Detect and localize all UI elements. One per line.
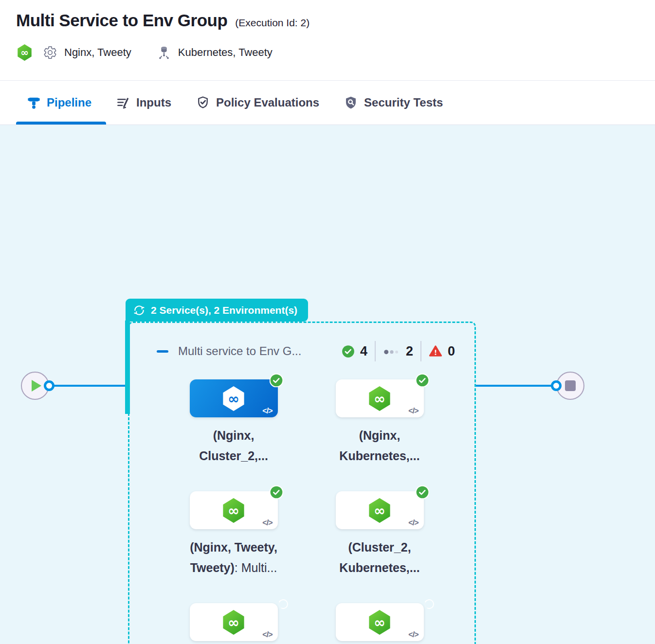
- card-label: (Cluster_2, Kubernetes,...: [314, 537, 445, 578]
- tab-bar: Pipeline Inputs Policy Evaluations: [0, 81, 655, 125]
- stage-title: Multi service to Env G...: [178, 344, 301, 358]
- tab-policy-evaluations-label: Policy Evaluations: [216, 96, 319, 109]
- matrix-card: ∞ </> (Nginx, Cluster_2,...: [168, 379, 299, 466]
- harness-step-icon: ∞: [368, 498, 391, 523]
- success-count: 4: [360, 344, 367, 359]
- execution-id: (Execution Id: 2): [235, 17, 309, 29]
- service-env-group-badge[interactable]: 2 Service(s), 2 Environment(s): [126, 299, 308, 322]
- shield-scan-icon: [344, 95, 358, 110]
- gear-icon: [43, 45, 57, 60]
- running-count: 2: [406, 344, 413, 359]
- tab-policy-evaluations[interactable]: Policy Evaluations: [196, 95, 319, 110]
- execution-page: Multi Service to Env Group (Execution Id…: [0, 0, 655, 644]
- edge-end: [476, 385, 557, 387]
- tab-pipeline[interactable]: Pipeline: [27, 96, 91, 110]
- matrix-card: ∞ </> (Kubernetes, Kubernetes,...: [168, 603, 299, 644]
- pipeline-icon: [27, 96, 41, 110]
- status-counts: 4 2: [342, 341, 455, 361]
- title-row: Multi Service to Env Group (Execution Id…: [16, 11, 309, 30]
- page-title: Multi Service to Env Group: [16, 11, 227, 30]
- code-icon: </>: [262, 519, 272, 527]
- execution-meta-row: ∞ Nginx, Tweety: [17, 44, 273, 61]
- success-badge-icon: [416, 485, 429, 499]
- matrix-card: ∞ </> (Nginx, Tweety, Tweety): Multi...: [168, 491, 299, 578]
- service-names: Nginx, Tweety: [64, 46, 131, 59]
- stage-node-nginx-tweety[interactable]: ∞ </>: [190, 491, 278, 529]
- stage-node-nginx-cluster2[interactable]: ∞ </>: [190, 379, 278, 417]
- success-badge-icon: [270, 374, 283, 387]
- tab-inputs-label: Inputs: [136, 96, 171, 109]
- failed-count: 0: [448, 344, 455, 359]
- stage-header: Multi service to Env G... 4: [157, 340, 455, 362]
- code-icon: </>: [408, 630, 418, 639]
- tab-pipeline-label: Pipeline: [47, 96, 91, 109]
- edge-start: [49, 385, 126, 387]
- environment-names: Kubernetes, Tweety: [178, 46, 273, 59]
- success-badge-icon: [416, 374, 429, 387]
- code-icon: </>: [408, 519, 418, 527]
- card-label: (Nginx, Kubernetes,...: [314, 425, 445, 466]
- harness-step-icon: ∞: [368, 610, 391, 635]
- divider: [375, 341, 376, 361]
- running-dots-icon: [383, 345, 400, 358]
- services-meta: Nginx, Tweety: [43, 45, 131, 60]
- card-label: (Nginx, Cluster_2,...: [168, 425, 299, 466]
- matrix-card: ∞ </> (Nginx, Kubernetes,...: [314, 379, 445, 466]
- loop-icon: [133, 304, 146, 317]
- harness-step-icon: ∞: [368, 386, 391, 411]
- stage-node-tweety-tweety[interactable]: ∞ </>: [336, 603, 424, 641]
- stage-node-nginx-kubernetes[interactable]: ∞ </>: [336, 379, 424, 417]
- collapse-icon[interactable]: [157, 350, 168, 353]
- group-badge-tail: [125, 321, 130, 414]
- harness-step-icon: ∞: [222, 498, 245, 523]
- page-header: Multi Service to Env Group (Execution Id…: [0, 0, 655, 81]
- start-port: [44, 380, 55, 391]
- active-tab-underline: [16, 122, 106, 125]
- end-port: [551, 380, 562, 391]
- divider: [420, 341, 421, 361]
- matrix-stage-group: Multi service to Env G... 4: [128, 322, 476, 644]
- tab-security-tests[interactable]: Security Tests: [344, 95, 443, 110]
- harness-step-icon: ∞: [222, 386, 245, 411]
- code-icon: </>: [262, 407, 272, 415]
- stage-node-kubernetes-kubernetes[interactable]: ∞ </>: [190, 603, 278, 641]
- stage-node-cluster2-kubernetes[interactable]: ∞ </>: [336, 491, 424, 529]
- environment-icon: [157, 45, 171, 60]
- card-label: (Nginx, Tweety, Tweety): Multi...: [168, 537, 299, 578]
- running-badge-icon: [416, 597, 429, 611]
- group-badge-label: 2 Service(s), 2 Environment(s): [151, 304, 297, 316]
- environments-meta: Kubernetes, Tweety: [157, 45, 273, 60]
- inputs-icon: [116, 95, 130, 110]
- matrix-card: ∞ </> (Tweety, Tweety,...: [314, 603, 445, 644]
- running-badge-icon: [270, 597, 283, 611]
- pipeline-canvas: 2 Service(s), 2 Environment(s) Multi ser…: [0, 125, 655, 644]
- stop-icon: [565, 380, 576, 391]
- play-icon: [32, 380, 41, 392]
- code-icon: </>: [262, 630, 272, 639]
- shield-check-icon: [196, 95, 210, 110]
- matrix-card: ∞ </> (Cluster_2, Kubernetes,...: [314, 491, 445, 578]
- code-icon: </>: [408, 407, 418, 415]
- harness-step-icon: ∞: [222, 610, 245, 635]
- harness-service-icon: ∞: [17, 44, 32, 61]
- success-badge-icon: [270, 485, 283, 499]
- tab-security-tests-label: Security Tests: [364, 96, 443, 109]
- success-icon: [342, 345, 355, 358]
- failed-icon: [429, 344, 442, 358]
- tab-inputs[interactable]: Inputs: [116, 95, 171, 110]
